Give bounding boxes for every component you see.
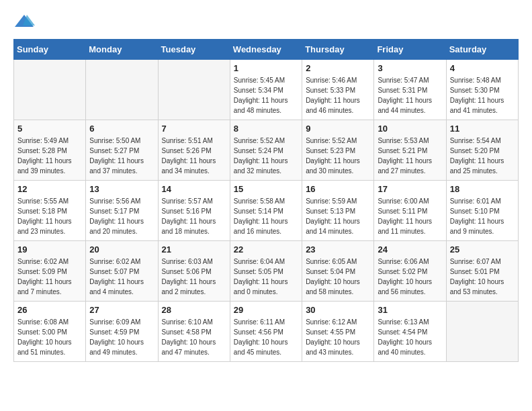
calendar-cell: 25Sunrise: 6:07 AM Sunset: 5:01 PM Dayli… (446, 241, 518, 302)
calendar-cell: 5Sunrise: 5:49 AM Sunset: 5:28 PM Daylig… (14, 120, 86, 181)
calendar-cell: 3Sunrise: 5:47 AM Sunset: 5:31 PM Daylig… (374, 60, 446, 120)
day-info: Sunrise: 6:05 AM Sunset: 5:04 PM Dayligh… (306, 257, 370, 297)
day-number: 26 (17, 305, 82, 315)
day-info: Sunrise: 5:56 AM Sunset: 5:17 PM Dayligh… (89, 196, 154, 236)
day-info: Sunrise: 5:52 AM Sunset: 5:23 PM Dayligh… (306, 136, 370, 176)
calendar-cell: 29Sunrise: 6:11 AM Sunset: 4:56 PM Dayli… (230, 302, 302, 362)
calendar-week-1: 1Sunrise: 5:45 AM Sunset: 5:34 PM Daylig… (14, 60, 519, 120)
day-number: 15 (234, 184, 298, 194)
calendar-week-4: 19Sunrise: 6:02 AM Sunset: 5:09 PM Dayli… (14, 241, 519, 302)
day-info: Sunrise: 5:55 AM Sunset: 5:18 PM Dayligh… (17, 196, 82, 236)
weekday-header-monday: Monday (86, 40, 158, 60)
day-number: 22 (234, 244, 298, 255)
day-number: 31 (378, 305, 442, 315)
calendar-cell: 16Sunrise: 5:59 AM Sunset: 5:13 PM Dayli… (302, 181, 374, 241)
calendar-cell: 2Sunrise: 5:46 AM Sunset: 5:33 PM Daylig… (302, 60, 374, 120)
day-number: 23 (306, 244, 370, 255)
calendar-cell: 11Sunrise: 5:54 AM Sunset: 5:20 PM Dayli… (446, 120, 518, 181)
calendar-cell: 4Sunrise: 5:48 AM Sunset: 5:30 PM Daylig… (446, 60, 518, 120)
day-info: Sunrise: 5:50 AM Sunset: 5:27 PM Dayligh… (89, 136, 154, 176)
day-info: Sunrise: 5:51 AM Sunset: 5:26 PM Dayligh… (162, 136, 226, 176)
calendar-cell: 17Sunrise: 6:00 AM Sunset: 5:11 PM Dayli… (374, 181, 446, 241)
day-number: 30 (306, 305, 370, 315)
calendar-cell: 21Sunrise: 6:03 AM Sunset: 5:06 PM Dayli… (158, 241, 230, 302)
day-number: 12 (17, 184, 82, 194)
day-number: 11 (450, 124, 515, 134)
day-info: Sunrise: 5:52 AM Sunset: 5:24 PM Dayligh… (234, 136, 298, 176)
calendar-cell: 7Sunrise: 5:51 AM Sunset: 5:26 PM Daylig… (158, 120, 230, 181)
weekday-header-saturday: Saturday (446, 40, 518, 60)
day-number: 24 (378, 244, 442, 255)
day-number: 3 (378, 63, 442, 73)
page-header (13, 13, 519, 28)
calendar-table: SundayMondayTuesdayWednesdayThursdayFrid… (13, 39, 519, 362)
day-info: Sunrise: 5:53 AM Sunset: 5:21 PM Dayligh… (378, 136, 442, 176)
calendar-cell: 26Sunrise: 6:08 AM Sunset: 5:00 PM Dayli… (14, 302, 86, 362)
day-number: 27 (89, 305, 154, 315)
day-number: 25 (450, 244, 515, 255)
day-info: Sunrise: 6:02 AM Sunset: 5:09 PM Dayligh… (17, 257, 82, 297)
day-number: 1 (234, 63, 298, 73)
day-number: 20 (89, 244, 154, 255)
calendar-cell: 28Sunrise: 6:10 AM Sunset: 4:58 PM Dayli… (158, 302, 230, 362)
day-info: Sunrise: 5:46 AM Sunset: 5:33 PM Dayligh… (306, 75, 370, 116)
weekday-header-tuesday: Tuesday (158, 40, 230, 60)
calendar-cell: 22Sunrise: 6:04 AM Sunset: 5:05 PM Dayli… (230, 241, 302, 302)
day-info: Sunrise: 5:45 AM Sunset: 5:34 PM Dayligh… (234, 75, 298, 116)
day-info: Sunrise: 6:09 AM Sunset: 4:59 PM Dayligh… (89, 317, 154, 357)
calendar-cell: 12Sunrise: 5:55 AM Sunset: 5:18 PM Dayli… (14, 181, 86, 241)
day-number: 9 (306, 124, 370, 134)
day-number: 28 (162, 305, 226, 315)
day-number: 17 (378, 184, 442, 194)
calendar-cell: 8Sunrise: 5:52 AM Sunset: 5:24 PM Daylig… (230, 120, 302, 181)
calendar-cell (158, 60, 230, 120)
calendar-cell: 27Sunrise: 6:09 AM Sunset: 4:59 PM Dayli… (86, 302, 158, 362)
day-number: 2 (306, 63, 370, 73)
calendar-cell: 24Sunrise: 6:06 AM Sunset: 5:02 PM Dayli… (374, 241, 446, 302)
weekday-header-friday: Friday (374, 40, 446, 60)
day-number: 13 (89, 184, 154, 194)
day-number: 14 (162, 184, 226, 194)
calendar-week-5: 26Sunrise: 6:08 AM Sunset: 5:00 PM Dayli… (14, 302, 519, 362)
day-number: 8 (234, 124, 298, 134)
day-number: 21 (162, 244, 226, 255)
day-info: Sunrise: 6:04 AM Sunset: 5:05 PM Dayligh… (234, 257, 298, 297)
calendar-cell: 18Sunrise: 6:01 AM Sunset: 5:10 PM Dayli… (446, 181, 518, 241)
calendar-week-2: 5Sunrise: 5:49 AM Sunset: 5:28 PM Daylig… (14, 120, 519, 181)
day-info: Sunrise: 5:58 AM Sunset: 5:14 PM Dayligh… (234, 196, 298, 236)
day-number: 19 (17, 244, 82, 255)
day-info: Sunrise: 6:13 AM Sunset: 4:54 PM Dayligh… (378, 317, 442, 357)
day-number: 16 (306, 184, 370, 194)
day-info: Sunrise: 6:00 AM Sunset: 5:11 PM Dayligh… (378, 196, 442, 236)
calendar-cell: 15Sunrise: 5:58 AM Sunset: 5:14 PM Dayli… (230, 181, 302, 241)
day-number: 29 (234, 305, 298, 315)
day-info: Sunrise: 5:47 AM Sunset: 5:31 PM Dayligh… (378, 75, 442, 116)
day-info: Sunrise: 6:01 AM Sunset: 5:10 PM Dayligh… (450, 196, 515, 236)
day-info: Sunrise: 5:48 AM Sunset: 5:30 PM Dayligh… (450, 75, 515, 116)
day-info: Sunrise: 6:10 AM Sunset: 4:58 PM Dayligh… (162, 317, 226, 357)
calendar-cell: 31Sunrise: 6:13 AM Sunset: 4:54 PM Dayli… (374, 302, 446, 362)
calendar-cell (86, 60, 158, 120)
calendar-cell: 10Sunrise: 5:53 AM Sunset: 5:21 PM Dayli… (374, 120, 446, 181)
calendar-cell: 6Sunrise: 5:50 AM Sunset: 5:27 PM Daylig… (86, 120, 158, 181)
day-info: Sunrise: 5:49 AM Sunset: 5:28 PM Dayligh… (17, 136, 82, 176)
day-number: 4 (450, 63, 515, 73)
day-number: 7 (162, 124, 226, 134)
day-number: 5 (17, 124, 82, 134)
calendar-week-3: 12Sunrise: 5:55 AM Sunset: 5:18 PM Dayli… (14, 181, 519, 241)
calendar-cell: 9Sunrise: 5:52 AM Sunset: 5:23 PM Daylig… (302, 120, 374, 181)
day-number: 18 (450, 184, 515, 194)
day-number: 6 (89, 124, 154, 134)
day-info: Sunrise: 6:12 AM Sunset: 4:55 PM Dayligh… (306, 317, 370, 357)
calendar-cell: 20Sunrise: 6:02 AM Sunset: 5:07 PM Dayli… (86, 241, 158, 302)
calendar-cell: 14Sunrise: 5:57 AM Sunset: 5:16 PM Dayli… (158, 181, 230, 241)
day-info: Sunrise: 6:06 AM Sunset: 5:02 PM Dayligh… (378, 257, 442, 297)
day-info: Sunrise: 5:59 AM Sunset: 5:13 PM Dayligh… (306, 196, 370, 236)
day-number: 10 (378, 124, 442, 134)
logo-icon (13, 13, 35, 28)
calendar-cell (14, 60, 86, 120)
day-info: Sunrise: 5:54 AM Sunset: 5:20 PM Dayligh… (450, 136, 515, 176)
calendar-header: SundayMondayTuesdayWednesdayThursdayFrid… (14, 40, 519, 60)
calendar-cell: 23Sunrise: 6:05 AM Sunset: 5:04 PM Dayli… (302, 241, 374, 302)
weekday-header-thursday: Thursday (302, 40, 374, 60)
